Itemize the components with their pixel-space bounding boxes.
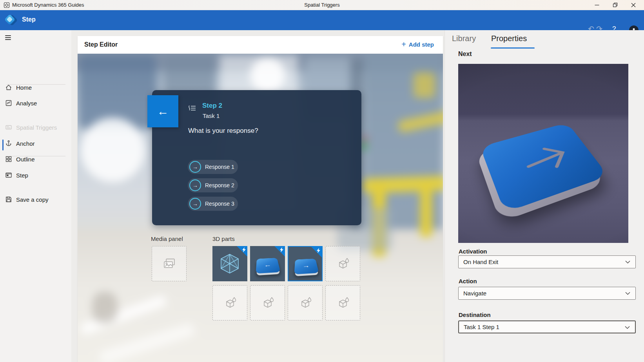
tab-properties[interactable]: Properties	[491, 34, 527, 43]
sidebar-item-anchor[interactable]: Anchor	[0, 138, 71, 149]
plus-icon: +	[401, 40, 406, 48]
lightning-bolt-icon	[280, 247, 283, 252]
step-editor-card: Step Editor + Add step	[78, 36, 443, 362]
app-window: Microsoft Dynamics 365 Guides Spatial Tr…	[0, 0, 644, 362]
response-arrow-icon: →	[189, 161, 201, 173]
navigation-sidebar: Home Analyse Spatial Triggers Anchor Out…	[0, 30, 71, 362]
media-panel-label: Media panel	[151, 235, 183, 242]
activation-dropdown[interactable]: On Hand Exit	[458, 255, 636, 268]
3d-part-placeholder-icon	[336, 296, 350, 310]
analyse-icon	[5, 100, 12, 107]
sidebar-item-analyse[interactable]: Analyse	[0, 97, 71, 109]
page-title: Step	[22, 16, 36, 23]
sidebar-item-step[interactable]: Step	[0, 169, 71, 181]
part-tile-next-button-selected[interactable]: →	[288, 246, 323, 281]
step-editor-title: Step Editor	[84, 41, 118, 48]
sidebar-item-spatial-triggers: Spatial Triggers	[0, 121, 71, 133]
part-slot-empty[interactable]	[288, 285, 323, 320]
previous-step-button[interactable]: ←	[147, 95, 178, 127]
guides-logo-icon	[4, 13, 18, 27]
menu-toggle-icon[interactable]	[5, 35, 11, 40]
tab-library[interactable]: Library	[452, 34, 476, 43]
engraved-arrow-icon	[514, 139, 583, 182]
3d-part-placeholder-icon	[299, 296, 312, 310]
chevron-down-icon	[625, 261, 630, 264]
window-title-bar: Microsoft Dynamics 365 Guides Spatial Tr…	[0, 0, 644, 10]
back-arrow-icon: ←	[157, 105, 169, 117]
right-arrow-icon: →	[302, 263, 310, 269]
anchor-icon	[5, 140, 12, 147]
parts-label: 3D parts	[212, 235, 235, 242]
hologram-preview-scene: Step 2 Task 1 What is your response? → R…	[78, 54, 443, 362]
restore-button[interactable]	[607, 0, 623, 10]
3d-part-placeholder-icon	[261, 296, 274, 310]
app-command-bar: Step ↶ ↷ ?	[0, 10, 644, 30]
window-document-title: Spatial Triggers	[0, 2, 644, 8]
3d-part-preview-viewport[interactable]	[458, 64, 628, 243]
save-icon	[5, 196, 12, 203]
step-editor-header: Step Editor + Add step	[78, 36, 443, 54]
media-placeholder-icon	[163, 258, 176, 269]
left-arrow-icon: ←	[264, 262, 271, 268]
part-slot-empty[interactable]	[250, 285, 285, 320]
destination-dropdown[interactable]: Task 1 Step 1	[458, 320, 636, 333]
3d-next-button-model	[480, 123, 608, 213]
minimize-button[interactable]	[589, 0, 605, 10]
step-number-label: Step 2	[202, 102, 222, 110]
lightning-bolt-icon	[317, 248, 320, 253]
action-label: Action	[459, 278, 477, 284]
part-slot-empty[interactable]	[325, 285, 360, 320]
outline-icon	[5, 156, 12, 163]
3d-back-button-thumb: ←	[256, 258, 280, 273]
sidebar-selection-indicator	[2, 139, 4, 150]
active-tab-underline	[491, 47, 535, 49]
home-icon	[5, 84, 12, 91]
spatial-triggers-icon	[5, 124, 12, 131]
properties-panel: Library Properties Next Activation On Ha	[444, 30, 644, 362]
response-2-button[interactable]: → Response 2	[188, 178, 238, 192]
sidebar-item-outline[interactable]: Outline	[0, 153, 71, 165]
task-label: Task 1	[203, 112, 220, 119]
media-panel-slot[interactable]	[152, 246, 187, 281]
part-slot-empty[interactable]	[325, 246, 360, 281]
destination-label: Destination	[459, 311, 491, 318]
sidebar-divider	[7, 156, 65, 156]
step-hologram-card: Step 2 Task 1 What is your response? → R…	[152, 90, 361, 225]
chevron-down-icon	[625, 326, 630, 329]
sidebar-item-home[interactable]: Home	[0, 81, 71, 93]
step-question-text: What is your response?	[188, 127, 258, 135]
response-arrow-icon: →	[189, 198, 201, 210]
part-slot-empty[interactable]	[212, 285, 247, 320]
sidebar-divider	[7, 84, 65, 85]
response-3-button[interactable]: → Response 3	[188, 197, 238, 211]
activation-label: Activation	[459, 248, 487, 255]
chevron-down-icon	[625, 292, 630, 295]
3d-part-placeholder-icon	[223, 296, 237, 310]
response-1-button[interactable]: → Response 1	[188, 160, 238, 174]
sidebar-item-save-a-copy[interactable]: Save a copy	[0, 194, 71, 205]
step-icon	[5, 172, 12, 179]
step-list-icon	[188, 105, 197, 112]
3d-next-button-thumb: →	[294, 259, 319, 274]
selected-part-title: Next	[458, 51, 472, 58]
part-tile-wireframe-cube[interactable]	[212, 246, 247, 281]
action-dropdown[interactable]: Navigate	[458, 287, 636, 300]
add-step-button[interactable]: + Add step	[401, 40, 434, 48]
close-button[interactable]	[626, 0, 641, 10]
3d-part-placeholder-icon	[336, 257, 350, 270]
part-tile-back-button[interactable]: ←	[250, 246, 285, 281]
lightning-bolt-icon	[242, 247, 246, 252]
response-arrow-icon: →	[189, 179, 201, 191]
